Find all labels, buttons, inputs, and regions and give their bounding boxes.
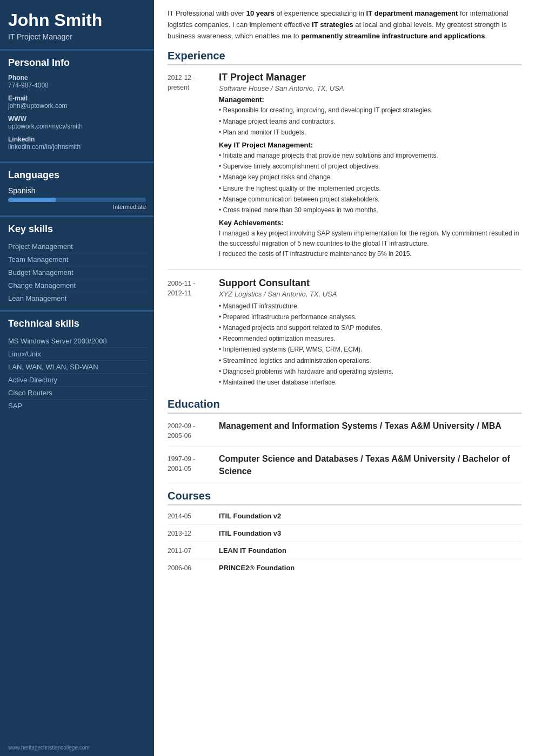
course-date-3: 2011-07 [168,547,219,555]
sidebar: John Smith IT Project Manager Personal I… [0,0,154,756]
tech-skill-item: Linux/Unix [8,348,146,361]
key-skills-section: Key skills Project Management Team Manag… [0,217,154,310]
bullet: • Implemented systems (ERP, WMS, CRM, EC… [219,345,521,355]
achievement-text: I reduced the costs of IT infrastructure… [219,249,521,259]
experience-item-1: 2012-12 -present IT Project Manager Soft… [168,72,521,259]
job-title-2: Support Consultant [219,278,521,289]
company-2: XYZ Logistics / San Antonio, TX, USA [219,290,521,298]
achievements-label: Key Achievements: [219,219,521,227]
bullet: • Supervise timely accomplishment of pro… [219,161,521,172]
bullet: • Recommended optimization measures. [219,334,521,344]
course-item-4: 2006-06 PRINCE2® Foundation [168,564,521,576]
linkedin-value: linkedin.com/in/johnsmith [8,143,146,151]
exp-date-1: 2012-12 -present [168,72,219,259]
edu-degree-1: Management and Information Systems / Tex… [219,420,521,432]
course-item-2: 2013-12 ITIL Foundation v3 [168,529,521,542]
edu-date-2: 1997-09 -2001-05 [168,453,219,477]
bullet: • Responsible for creating, improving, a… [219,105,521,116]
company-1: Software House / San Antonio, TX, USA [219,84,521,92]
exp-content-2: Support Consultant XYZ Logistics / San A… [219,278,521,389]
education-section-title: Education [168,398,521,414]
course-date-1: 2014-05 [168,512,219,520]
technical-skills-section: Technical skills MS Windows Server 2003/… [0,312,154,417]
linkedin-label: LinkedIn [8,136,146,143]
main-content: IT Professional with over 10 years of ex… [154,0,535,756]
tech-skill-item: SAP [8,400,146,412]
email-item: E-mail john@uptowork.com [8,94,146,110]
course-name-1: ITIL Foundation v2 [219,512,281,520]
language-bar-bg [8,198,146,202]
course-item-1: 2014-05 ITIL Foundation v2 [168,512,521,525]
courses-section-title: Courses [168,490,521,505]
phone-value: 774-987-4008 [8,82,146,89]
sidebar-footer: www.heritagechristiancollege.com [0,739,154,756]
email-label: E-mail [8,94,146,102]
www-item: WWW uptowork.com/mycv/smith [8,115,146,130]
language-level: Intermediate [8,204,146,210]
tech-skill-item: LAN, WAN, WLAN, SD-WAN [8,361,146,374]
exp-separator [168,269,521,270]
bullet: • Manage project teams and contractors. [219,117,521,127]
experience-section-title: Experience [168,50,521,65]
key-pm-label: Key IT Project Management: [219,141,521,149]
bullet: • Manage communication between project s… [219,194,521,205]
bullet: • Manage key project risks and change. [219,172,521,183]
summary-text: IT Professional with over 10 years of ex… [168,8,521,42]
achievement-text: I managed a key project involving SAP sy… [219,228,521,249]
course-name-3: LEAN IT Foundation [219,546,286,555]
job-title-1: IT Project Manager [219,72,521,83]
skill-item: Budget Management [8,266,146,279]
skill-item: Team Management [8,253,146,266]
phone-label: Phone [8,74,146,82]
bullet: • Cross trained more than 30 employees i… [219,205,521,215]
technical-skills-label: Technical skills [8,318,146,329]
edu-content-2: Computer Science and Databases / Texas A… [219,453,521,477]
www-value: uptowork.com/mycv/smith [8,123,146,130]
bullet: • Managed projects and support related t… [219,323,521,333]
linkedin-item: LinkedIn linkedin.com/in/johnsmith [8,136,146,151]
language-name: Spanish [8,186,146,195]
bullet: • Initiate and manage projects that prov… [219,151,521,161]
course-name-2: ITIL Foundation v3 [219,529,281,537]
education-item-2: 1997-09 -2001-05 Computer Science and Da… [168,453,521,483]
bullet: • Ensure the highest quality of the impl… [219,184,521,194]
skill-item: Lean Management [8,292,146,305]
www-label: WWW [8,115,146,123]
key-skills-label: Key skills [8,224,146,235]
language-bar-fill [8,198,56,202]
tech-skill-item: Active Directory [8,374,146,387]
bullet: • Diagnosed problems with hardware and o… [219,367,521,377]
language-item-spanish: Spanish Intermediate [8,186,146,210]
languages-section: Languages Spanish Intermediate [0,163,154,215]
personal-info-label: Personal Info [8,57,146,69]
email-value: john@uptowork.com [8,102,146,110]
skill-item: Change Management [8,279,146,292]
sidebar-header: John Smith IT Project Manager [0,0,154,49]
course-date-4: 2006-06 [168,564,219,572]
bullet: • Managed IT infrastructure. [219,301,521,312]
bullet: • Prepared infrastructure performance an… [219,312,521,322]
personal-info-section: Personal Info Phone 774-987-4008 E-mail … [0,51,154,161]
course-item-3: 2011-07 LEAN IT Foundation [168,546,521,559]
edu-content-1: Management and Information Systems / Tex… [219,420,521,441]
exp-date-2: 2005-11 -2012-11 [168,278,219,389]
skill-item: Project Management [8,240,146,253]
edu-date-1: 2002-09 -2005-06 [168,420,219,441]
exp-content-1: IT Project Manager Software House / San … [219,72,521,259]
edu-degree-2: Computer Science and Databases / Texas A… [219,453,521,477]
bullet: • Plan and monitor IT budgets. [219,127,521,138]
resume-container: John Smith IT Project Manager Personal I… [0,0,535,756]
experience-item-2: 2005-11 -2012-11 Support Consultant XYZ … [168,278,521,389]
candidate-title: IT Project Manager [8,32,146,41]
phone-item: Phone 774-987-4008 [8,74,146,89]
education-item-1: 2002-09 -2005-06 Management and Informat… [168,420,521,447]
tech-skill-item: MS Windows Server 2003/2008 [8,335,146,348]
course-date-2: 2013-12 [168,530,219,537]
candidate-name: John Smith [8,11,146,30]
course-name-4: PRINCE2® Foundation [219,564,295,572]
management-label: Management: [219,96,521,104]
bullet: • Streamlined logistics and administrati… [219,356,521,366]
tech-skill-item: Cisco Routers [8,387,146,400]
languages-label: Languages [8,170,146,181]
bullet: • Maintained the user database interface… [219,377,521,388]
